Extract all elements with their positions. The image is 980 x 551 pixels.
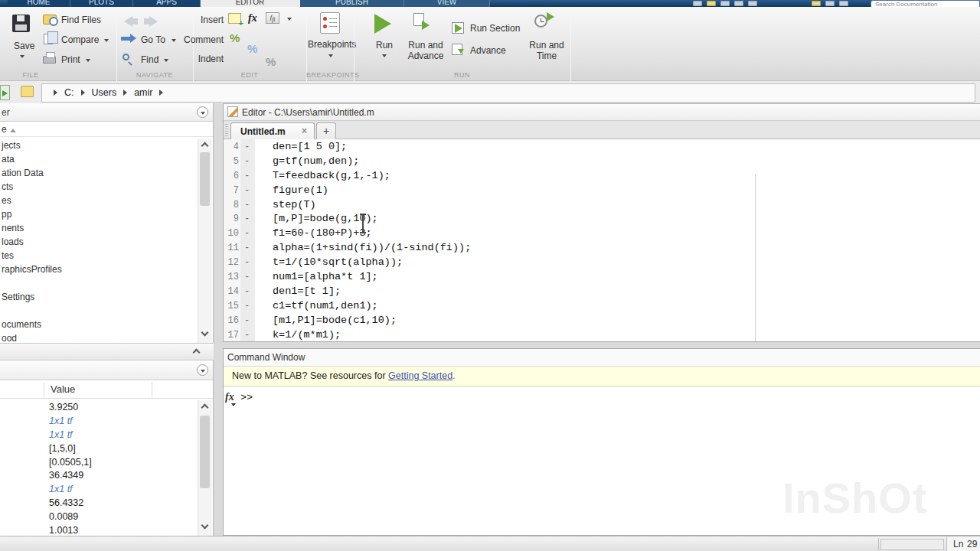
save-button[interactable]: Save xyxy=(9,12,41,69)
scroll-down-icon[interactable] xyxy=(201,329,209,337)
insert-function-fx-icon[interactable]: fx xyxy=(248,12,257,24)
tab-close-icon[interactable]: × xyxy=(302,126,307,136)
breakpoint-dash[interactable]: - xyxy=(239,285,255,299)
ribbon-tab-view[interactable]: VIEW xyxy=(404,0,490,7)
breakpoint-dash[interactable]: - xyxy=(239,212,255,227)
folder-item[interactable]: Settings xyxy=(0,290,196,304)
ribbon-tab-plots[interactable]: PLOTS xyxy=(70,0,133,7)
ribbon-tab-editor[interactable]: EDITOR xyxy=(201,0,300,7)
scrollbar-thumb[interactable] xyxy=(200,416,210,488)
breakpoint-dash[interactable]: - xyxy=(239,241,255,256)
scroll-up-icon[interactable] xyxy=(201,404,209,412)
new-tab-button[interactable]: + xyxy=(316,122,336,139)
tab-untitled[interactable]: Untitled.m × xyxy=(230,122,315,139)
breakpoint-dash[interactable]: - xyxy=(239,184,255,198)
breakpoint-dash[interactable]: - xyxy=(239,155,255,169)
print-button[interactable]: Print xyxy=(43,51,113,67)
run-button[interactable]: Run xyxy=(371,11,398,70)
folder-item[interactable]: raphicsProfiles xyxy=(0,262,196,276)
insert-ffi-icon[interactable]: ffi xyxy=(266,12,279,24)
advance-button[interactable]: Advance xyxy=(450,43,527,60)
go-to-button[interactable]: Go To xyxy=(121,32,191,47)
workspace-row[interactable]: 36.4349 xyxy=(0,469,196,483)
scrollbar-thumb[interactable] xyxy=(200,152,210,206)
quick-access-icon[interactable] xyxy=(707,1,716,6)
scroll-up-icon[interactable] xyxy=(201,142,209,150)
breakpoint-dash[interactable]: - xyxy=(239,299,255,314)
folder-item[interactable]: tes xyxy=(0,249,196,262)
breakpoint-dash[interactable]: - xyxy=(239,328,255,342)
run-and-advance-button[interactable]: Run and Advance xyxy=(404,11,447,70)
address-box[interactable] xyxy=(41,83,975,103)
fx-icon[interactable]: fx xyxy=(225,391,234,403)
back-arrow-icon[interactable] xyxy=(124,16,132,27)
current-folder-sort-header[interactable]: e xyxy=(0,122,214,137)
ribbon-tab-apps[interactable]: APPS xyxy=(133,0,201,7)
ribbon-tab-publish[interactable]: PUBLISH xyxy=(300,0,404,7)
workspace-menu-button[interactable] xyxy=(197,364,208,376)
insert-dropdown-arrow-icon[interactable] xyxy=(287,18,292,21)
folder-item[interactable]: cts xyxy=(0,180,196,194)
breakpoint-dash[interactable]: - xyxy=(239,198,255,213)
breakpoints-button[interactable]: Breakpoints xyxy=(308,11,354,68)
code-editor-area[interactable]: 4-den=[1 5 0];5-g=tf(num,den);6-T=feedba… xyxy=(224,139,980,342)
folder-item[interactable]: jects xyxy=(0,139,196,152)
folder-item[interactable]: ood xyxy=(0,331,196,343)
breakpoint-dash[interactable]: - xyxy=(239,227,255,241)
folder-item[interactable]: ocuments xyxy=(0,318,196,331)
current-folder-menu-button[interactable] xyxy=(197,106,208,118)
folder-item[interactable] xyxy=(0,276,196,290)
find-button[interactable]: Find xyxy=(122,51,191,67)
forward-arrow-icon[interactable] xyxy=(149,16,158,27)
quick-access-icon[interactable] xyxy=(825,1,835,6)
workspace-row[interactable]: 56.4332 xyxy=(0,497,196,510)
comment-percent-icon[interactable]: % xyxy=(230,31,240,44)
workspace-row[interactable]: [0.0505,1] xyxy=(0,456,196,470)
command-window-titlebar[interactable]: Command Window xyxy=(224,349,980,367)
workspace-row[interactable]: 3.9250 xyxy=(0,401,196,415)
workspace-scrollbar[interactable] xyxy=(198,400,212,536)
breakpoint-dash[interactable]: - xyxy=(239,270,255,285)
breakpoint-dash[interactable]: - xyxy=(239,140,255,155)
workspace-row[interactable]: 0.0089 xyxy=(0,510,196,524)
expand-panel-icon[interactable] xyxy=(193,349,201,357)
run-and-time-button[interactable]: Run and Time xyxy=(527,11,567,70)
workspace-row[interactable]: 1.0013 xyxy=(0,524,196,536)
folder-item[interactable]: ation Data xyxy=(0,166,196,180)
workspace-row[interactable]: 1x1 tf xyxy=(0,429,196,442)
editor-titlebar[interactable]: Editor - C:\Users\amir\Untitled.m xyxy=(224,104,980,121)
details-panel-collapsed[interactable] xyxy=(0,343,214,360)
getting-started-link[interactable]: Getting Started xyxy=(388,370,452,381)
quick-access-icon[interactable] xyxy=(720,1,730,6)
compare-button[interactable]: Compare xyxy=(43,32,113,47)
scroll-down-icon[interactable] xyxy=(201,522,209,530)
folder-item[interactable]: loads xyxy=(0,235,196,249)
uncomment-icon[interactable]: % xyxy=(247,42,980,55)
breakpoint-dash[interactable]: - xyxy=(239,169,255,184)
find-files-button[interactable]: Find Files xyxy=(43,13,113,28)
search-documentation-input[interactable]: Search Documentation xyxy=(871,0,980,7)
folder-item[interactable]: ata xyxy=(0,152,196,166)
current-folder-scrollbar[interactable] xyxy=(198,139,212,343)
breadcrumb-item[interactable]: C: xyxy=(64,87,74,98)
quick-access-icon[interactable] xyxy=(839,1,848,6)
folder-item[interactable] xyxy=(0,304,196,318)
workspace-row[interactable]: 1x1 tf xyxy=(0,415,196,429)
breakpoint-dash[interactable]: - xyxy=(239,256,255,270)
breadcrumb-item[interactable]: amir xyxy=(134,87,152,98)
folder-item[interactable]: pp xyxy=(0,207,196,221)
run-section-button[interactable]: Run Section xyxy=(450,21,527,38)
workspace-row[interactable]: 1x1 tf xyxy=(0,483,196,497)
browse-folder-icon[interactable] xyxy=(0,85,10,100)
workspace-row[interactable]: [1,5,0] xyxy=(0,442,196,456)
folder-item[interactable]: es xyxy=(0,194,196,207)
insert-section-icon[interactable] xyxy=(228,13,241,24)
quick-access-icon[interactable] xyxy=(748,1,757,6)
breadcrumb-item[interactable]: Users xyxy=(92,87,117,98)
workspace-column-header[interactable]: Value xyxy=(0,380,214,399)
breakpoint-dash[interactable]: - xyxy=(239,314,255,328)
command-prompt[interactable]: >> xyxy=(240,392,253,403)
quick-access-icon[interactable] xyxy=(734,1,743,6)
quick-access-icon[interactable] xyxy=(812,1,821,6)
quick-access-icon[interactable] xyxy=(693,1,702,6)
